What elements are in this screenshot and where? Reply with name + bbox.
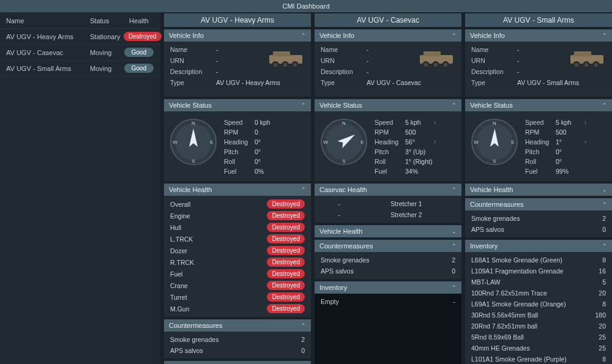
section-header-inventory[interactable]: Inventory⌃ xyxy=(465,240,612,252)
health-badge: Destroyed xyxy=(267,304,305,313)
status-row: Heading1°↑ xyxy=(525,137,607,147)
health-badge: Destroyed xyxy=(267,258,305,267)
section-header-vehicle-info[interactable]: Vehicle Info⌃ xyxy=(315,29,461,42)
inventory-row: 100Rnd 7.62x51mm Trace20 xyxy=(465,288,612,299)
vehicle-status-body: NESWSpeed5 kph↑RPM500Heading56°↑Pitch3° … xyxy=(315,111,461,181)
section-header-vehicle-info[interactable]: Vehicle Info⌃ xyxy=(164,29,311,42)
status-row: Heading0° xyxy=(224,137,306,147)
status-row: Roll0° xyxy=(224,157,306,166)
health-badge: Destroyed xyxy=(267,234,305,243)
chevron-up-icon: ⌃ xyxy=(452,187,457,193)
vehicle-health-body: OverallDestroyedEngineDestroyedHullDestr… xyxy=(164,196,311,317)
vehicle-status-body: NESWSpeed0 kphRPM0Heading0°Pitch0°Roll0°… xyxy=(164,111,311,181)
svg-point-21 xyxy=(444,63,447,67)
inventory-row: L109A1 Fragmentation Grenade16 xyxy=(465,266,612,277)
chevron-up-icon: ⌃ xyxy=(602,102,607,108)
svg-point-3 xyxy=(274,63,277,67)
inventory-body: L68A1 Smoke Grenade (Green)8L109A1 Fragm… xyxy=(465,252,612,364)
svg-point-7 xyxy=(293,63,297,67)
svg-text:W: W xyxy=(474,139,479,145)
vehicle-status-body: NESWSpeed5 kph↑RPM500Heading1°↑Pitch0°Ro… xyxy=(465,111,612,181)
vehicle-panel: AV UGV - Small ArmsVehicle Info⌃Name-URN… xyxy=(465,13,612,364)
health-badge: Destroyed xyxy=(267,281,305,290)
section-header-vehicle-health[interactable]: Vehicle Health⌃ xyxy=(164,184,311,196)
chevron-up-icon: ⌃ xyxy=(301,102,306,108)
health-badge: Destroyed xyxy=(267,199,305,209)
svg-point-19 xyxy=(434,63,438,67)
section-header-vehicle-status[interactable]: Vehicle Status⌃ xyxy=(465,99,612,111)
chevron-up-icon: ⌃ xyxy=(452,243,457,249)
health-badge: Destroyed xyxy=(267,269,305,278)
vehicle-info-body: Name-URN-Description-TypeAV UGV - Small … xyxy=(465,42,612,97)
health-row: EngineDestroyed xyxy=(164,210,311,221)
section-header-vehicle-status[interactable]: Vehicle Status⌃ xyxy=(315,99,461,111)
inventory-row: L69A1 Smoke Grenade (Orange)8 xyxy=(465,299,612,310)
section-header-vehicle-health[interactable]: Vehicle Health⌄ xyxy=(465,184,612,196)
status-row: Fuel34% xyxy=(375,166,457,176)
sidebar-row-name: AV UGV - Casevac xyxy=(6,49,90,56)
section-header-vehicle-status[interactable]: Vehicle Status⌃ xyxy=(164,99,311,111)
svg-text:W: W xyxy=(173,139,177,145)
countermeasure-row: APS salvos0 xyxy=(465,224,612,235)
col-header-status: Status xyxy=(90,17,124,24)
svg-text:E: E xyxy=(360,139,364,145)
section-header-inventory[interactable]: Inventory⌃ xyxy=(164,361,311,364)
panel-title: AV UGV - Casevac xyxy=(315,13,461,27)
status-row: Roll1° (Right) xyxy=(375,157,457,166)
svg-text:E: E xyxy=(210,139,213,145)
countermeasure-row: Smoke grenades2 xyxy=(465,213,612,224)
svg-text:N: N xyxy=(493,121,496,126)
section-header-countermeasures[interactable]: Countermeasures⌃ xyxy=(164,319,311,332)
svg-rect-1 xyxy=(273,51,290,56)
compass-gauge: NESW xyxy=(470,117,519,166)
health-row: M.GunDestroyed xyxy=(164,303,311,314)
countermeasure-row: APS salvos0 xyxy=(164,345,311,356)
sidebar-vehicle-row[interactable]: AV UGV - CasevacMovingGood xyxy=(0,45,160,61)
svg-point-31 xyxy=(575,63,578,67)
section-header-countermeasures[interactable]: Countermeasures⌃ xyxy=(465,198,612,210)
inventory-row: L68A1 Smoke Grenade (Green)8 xyxy=(465,254,612,266)
countermeasure-row: APS salvos0 xyxy=(315,266,461,277)
inventory-row: Empty- xyxy=(315,296,461,307)
status-row: Pitch0° xyxy=(525,147,607,157)
section-header-vehicle-health[interactable]: Vehicle Health⌄ xyxy=(315,225,461,237)
svg-point-35 xyxy=(594,63,598,67)
health-row: L.TRCKDestroyed xyxy=(164,233,311,245)
status-row: Heading56°↑ xyxy=(375,137,457,147)
svg-text:S: S xyxy=(342,158,345,164)
svg-text:S: S xyxy=(493,158,496,164)
section-header-casevac-health[interactable]: Casevac Health⌃ xyxy=(315,184,461,196)
vehicle-image xyxy=(565,44,608,71)
countermeasures-body: Smoke grenades2APS salvos0 xyxy=(465,210,612,237)
svg-text:W: W xyxy=(323,139,328,145)
health-badge: Destroyed xyxy=(267,292,305,302)
sidebar-vehicle-row[interactable]: AV UGV - Heavy ArmsStationaryDestroyed xyxy=(0,29,160,45)
main-layout: Name Status Health AV UGV - Heavy ArmsSt… xyxy=(0,12,612,364)
inventory-row: 5Rnd 8.59x69 Ball25 xyxy=(465,332,612,343)
chevron-up-icon: ⌃ xyxy=(301,187,306,193)
sidebar-row-name: AV UGV - Small Arms xyxy=(6,65,90,72)
chevron-up-icon: ⌃ xyxy=(452,284,457,291)
sidebar-row-status: Moving xyxy=(90,65,124,72)
section-header-vehicle-info[interactable]: Vehicle Info⌃ xyxy=(465,29,612,42)
vehicle-image xyxy=(264,44,307,71)
health-row: OverallDestroyed xyxy=(164,198,311,210)
svg-text:N: N xyxy=(342,121,346,126)
section-header-inventory[interactable]: Inventory⌃ xyxy=(315,281,461,294)
chevron-down-icon: ⌄ xyxy=(602,187,607,193)
sidebar-vehicle-row[interactable]: AV UGV - Small ArmsMovingGood xyxy=(0,61,160,76)
health-row: R.TRCKDestroyed xyxy=(164,256,311,268)
status-row: Pitch0° xyxy=(224,147,306,157)
sidebar-row-status: Stationary xyxy=(90,33,124,40)
inventory-row: L101A1 Smoke Grenade (Purple)8 xyxy=(465,354,612,364)
section-header-countermeasures[interactable]: Countermeasures⌃ xyxy=(315,240,461,252)
vehicle-info-body: Name-URN-Description-TypeAV UGV - Caseva… xyxy=(315,42,461,97)
health-row: CraneDestroyed xyxy=(164,280,311,291)
inventory-row: 30Rnd 5.56x45mm Ball180 xyxy=(465,310,612,321)
sidebar-header-row: Name Status Health xyxy=(0,13,160,29)
status-row: Speed5 kph↑ xyxy=(375,117,457,127)
status-row: Fuel99% xyxy=(525,166,607,176)
casevac-health-body: -Stretcher 1-Stretcher 2 xyxy=(315,196,461,223)
countermeasure-row: Smoke grenades2 xyxy=(315,254,461,266)
inventory-row: 20Rnd 7.62x51mm ball20 xyxy=(465,321,612,332)
